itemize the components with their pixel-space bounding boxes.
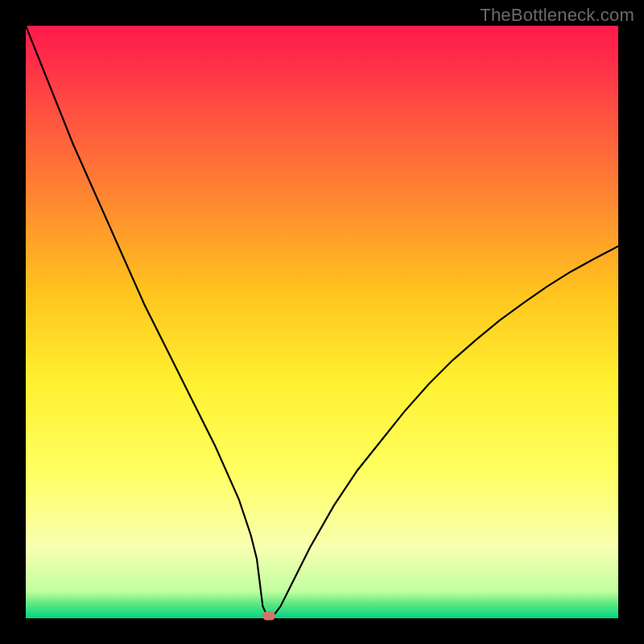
chart-background	[26, 26, 618, 618]
watermark-text: TheBottleneck.com	[480, 5, 634, 26]
bottleneck-marker	[262, 612, 275, 621]
chart-frame	[26, 26, 618, 618]
bottleneck-chart	[26, 26, 618, 618]
